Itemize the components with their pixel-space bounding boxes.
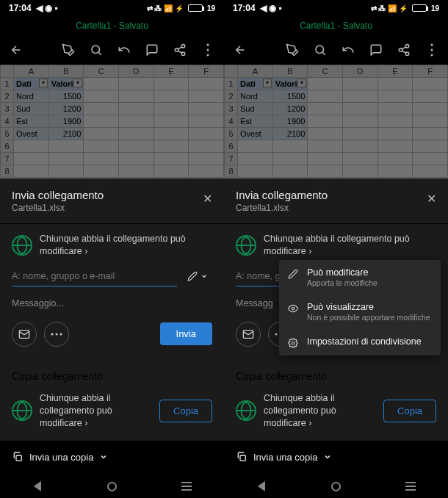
share-panel: Invia collegamento Cartella1.xlsx ✕ Chiu… bbox=[0, 178, 224, 360]
document-title: Cartella1 - Salvato bbox=[224, 16, 448, 35]
undo-icon[interactable] bbox=[341, 43, 355, 57]
status-signal-icons: ⇄ ⁂ 📶 ⚡ bbox=[147, 4, 184, 12]
status-time: 17:04 bbox=[233, 3, 256, 13]
recipient-input[interactable] bbox=[12, 267, 177, 286]
status-bar: 17:04 ◀ ◉ ▪ ⇄ ⁂ 📶 ⚡ 19 bbox=[224, 0, 448, 16]
nav-recents[interactable] bbox=[180, 480, 193, 493]
svg-point-13 bbox=[405, 45, 409, 48]
svg-point-1 bbox=[181, 45, 185, 48]
copy-button[interactable]: Copia bbox=[383, 400, 436, 422]
svg-rect-11 bbox=[16, 455, 21, 461]
share-filename: Cartella1.xlsx bbox=[12, 203, 212, 213]
svg-point-14 bbox=[399, 48, 402, 52]
svg-point-24 bbox=[292, 342, 295, 344]
toolbar bbox=[0, 35, 224, 65]
status-battery bbox=[412, 4, 427, 12]
message-input[interactable]: Messaggio... bbox=[0, 291, 224, 322]
svg-point-0 bbox=[92, 46, 100, 54]
spreadsheet[interactable]: ABCDEF 1Dati▾Valori▾ 2Nord1500 3Sud1200 … bbox=[224, 65, 448, 178]
phone-right: 17:04 ◀ ◉ ▪ ⇄ ⁂ 📶 ⚡ 19 Cartella1 - Salva… bbox=[224, 0, 448, 498]
option-can-edit[interactable]: Può modificare Apporta le modifiche bbox=[279, 260, 441, 295]
globe-icon bbox=[12, 235, 32, 256]
svg-rect-25 bbox=[240, 455, 245, 461]
more-apps-button[interactable] bbox=[44, 322, 69, 347]
comment-icon[interactable] bbox=[369, 43, 383, 57]
svg-point-4 bbox=[207, 44, 209, 46]
copy-file-icon bbox=[236, 451, 248, 463]
share-filename: Cartella1.xlsx bbox=[236, 203, 436, 213]
status-bar: 17:04 ◀ ◉ ▪ ⇄ ⁂ 📶 ⚡ 19 bbox=[0, 0, 224, 16]
send-copy-row[interactable]: Invia una copia bbox=[224, 441, 448, 473]
copy-file-icon bbox=[12, 451, 24, 463]
permission-dropdown: Può modificare Apporta le modifiche Può … bbox=[279, 260, 441, 356]
status-app-icons: ◀ ◉ ▪ bbox=[260, 3, 282, 13]
chevron-down-icon bbox=[323, 452, 332, 461]
svg-point-2 bbox=[175, 48, 178, 52]
battery-pct: 19 bbox=[431, 4, 439, 12]
chevron-down-icon bbox=[99, 452, 108, 461]
svg-point-10 bbox=[60, 333, 62, 335]
mail-button[interactable] bbox=[12, 322, 37, 347]
back-icon[interactable] bbox=[9, 43, 24, 57]
svg-point-9 bbox=[56, 333, 58, 335]
nav-home[interactable] bbox=[329, 480, 342, 493]
gear-icon bbox=[288, 338, 300, 348]
globe-icon bbox=[236, 400, 256, 421]
more-icon[interactable] bbox=[200, 43, 215, 57]
option-can-view[interactable]: Può visualizzare Non è possibile apporta… bbox=[279, 295, 441, 329]
phone-left: 17:04 ◀ ◉ ▪ ⇄ ⁂ 📶 ⚡ 19 Cartella1 - Salva… bbox=[0, 0, 224, 498]
share-icon[interactable] bbox=[173, 43, 187, 57]
close-icon[interactable]: ✕ bbox=[203, 192, 212, 206]
draw-icon[interactable] bbox=[285, 43, 300, 57]
search-icon[interactable] bbox=[313, 43, 328, 57]
undo-icon[interactable] bbox=[117, 43, 131, 57]
back-icon[interactable] bbox=[233, 43, 248, 57]
svg-point-16 bbox=[431, 44, 433, 46]
copy-header: Copia collegamento bbox=[224, 360, 448, 386]
share-title: Invia collegamento bbox=[12, 189, 212, 201]
document-title: Cartella1 - Salvato bbox=[0, 16, 224, 35]
nav-home[interactable] bbox=[105, 480, 118, 493]
battery-pct: 19 bbox=[207, 4, 215, 12]
nav-bar bbox=[224, 473, 448, 498]
nav-back[interactable] bbox=[255, 480, 268, 493]
nav-back[interactable] bbox=[31, 480, 44, 493]
send-button[interactable]: Invia bbox=[160, 322, 212, 345]
access-text: Chiunque abbia il collegamento può modif… bbox=[40, 233, 212, 258]
copy-header: Copia collegamento bbox=[0, 360, 224, 386]
svg-point-3 bbox=[181, 52, 185, 56]
access-row[interactable]: Chiunque abbia il collegamento può modif… bbox=[0, 224, 224, 267]
svg-point-17 bbox=[431, 49, 433, 51]
svg-point-5 bbox=[207, 49, 209, 51]
copy-button[interactable]: Copia bbox=[159, 400, 212, 422]
pencil-icon bbox=[288, 269, 300, 279]
comment-icon[interactable] bbox=[145, 43, 159, 57]
nav-recents[interactable] bbox=[404, 480, 417, 493]
copy-access-text[interactable]: Chiunque abbia il collegamento può modif… bbox=[40, 392, 152, 430]
svg-point-8 bbox=[51, 333, 54, 335]
svg-point-12 bbox=[316, 46, 324, 54]
status-signal-icons: ⇄ ⁂ 📶 ⚡ bbox=[371, 4, 408, 12]
copy-section: Copia collegamento Chiunque abbia il col… bbox=[224, 360, 448, 441]
eye-icon bbox=[288, 303, 300, 314]
draw-icon[interactable] bbox=[61, 43, 76, 57]
copy-access-text[interactable]: Chiunque abbia il collegamento può modif… bbox=[264, 392, 376, 430]
send-copy-row[interactable]: Invia una copia bbox=[0, 441, 224, 473]
mail-button[interactable] bbox=[236, 322, 261, 347]
share-icon[interactable] bbox=[397, 43, 411, 57]
close-icon[interactable]: ✕ bbox=[427, 192, 436, 206]
svg-point-23 bbox=[292, 307, 295, 310]
more-icon[interactable] bbox=[424, 43, 439, 57]
spreadsheet[interactable]: ABCDEF 1Dati▾Valori▾ 2Nord1500 3Sud1200 … bbox=[0, 65, 224, 178]
search-icon[interactable] bbox=[89, 43, 104, 57]
option-share-settings[interactable]: Impostazioni di condivisione bbox=[279, 329, 441, 356]
status-battery bbox=[188, 4, 203, 12]
access-text: Chiunque abbia il collegamento può modif… bbox=[264, 233, 436, 258]
status-time: 17:04 bbox=[9, 3, 32, 13]
globe-icon bbox=[12, 400, 32, 421]
toolbar bbox=[224, 35, 448, 65]
status-app-icons: ◀ ◉ ▪ bbox=[36, 3, 58, 13]
permission-selector[interactable] bbox=[183, 268, 212, 284]
svg-point-6 bbox=[207, 54, 209, 57]
svg-point-20 bbox=[275, 333, 278, 335]
